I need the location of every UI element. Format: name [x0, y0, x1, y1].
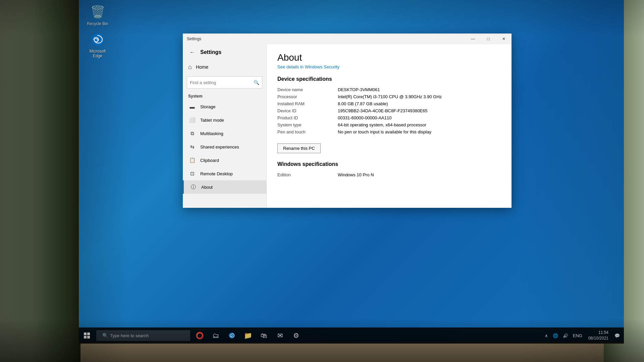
desktop-icon-edge[interactable]: Microsoft Edge: [84, 30, 111, 60]
sidebar: ← Settings ⌂ Home 🔍 System ▬ Stora: [183, 44, 267, 208]
sidebar-home-item[interactable]: ⌂ Home: [183, 60, 266, 74]
settings-search-input[interactable]: [190, 80, 254, 85]
windows-specs-table: Edition Windows 10 Pro N: [277, 171, 501, 178]
maximize-button[interactable]: □: [481, 34, 496, 44]
edge-label: Microsoft Edge: [86, 49, 110, 58]
spec-value-edition: Windows 10 Pro N: [338, 171, 501, 178]
multitasking-label: Multitasking: [200, 131, 223, 136]
taskbar-store[interactable]: 🛍: [256, 327, 272, 344]
rename-pc-button[interactable]: Rename this PC: [277, 143, 321, 153]
search-icon: 🔍: [254, 80, 259, 85]
sidebar-nav-top: ← Settings: [183, 44, 266, 60]
multitasking-icon: ⧉: [188, 129, 196, 137]
tray-time: 11:54: [588, 330, 608, 336]
tray-language[interactable]: ENG: [572, 333, 584, 339]
settings-search-box[interactable]: 🔍: [187, 76, 262, 88]
spec-value-device-id: 195C9BB2-34DA-4C0E-BC8F-F23749380E65: [338, 107, 501, 114]
desktop: 🗑️ Recycle Bin Microsoft Edge Settings —…: [79, 0, 624, 344]
window-controls: — □ ✕: [465, 34, 512, 44]
start-button[interactable]: [79, 327, 95, 344]
spec-row-edition: Edition Windows 10 Pro N: [277, 171, 501, 178]
security-link[interactable]: See details in Windows Security: [277, 64, 501, 69]
window-body: ← Settings ⌂ Home 🔍 System ▬ Stora: [183, 44, 512, 208]
home-icon: ⌂: [188, 64, 192, 71]
settings-title: Settings: [200, 49, 221, 55]
tray-volume[interactable]: 🔊: [561, 333, 570, 339]
spec-label-product-id: Product ID: [277, 114, 338, 121]
sidebar-item-shared-experiences[interactable]: ⇆ Shared experiences: [183, 140, 266, 154]
windows-specs-title: Windows specifications: [277, 161, 501, 167]
spec-row-ram: Installed RAM 8.00 GB (7.87 GB usable): [277, 100, 501, 107]
svg-rect-3: [84, 336, 87, 339]
settings-window: Settings — □ ✕ ← Settings ⌂ H: [183, 34, 512, 208]
sidebar-item-about[interactable]: ⓘ About: [183, 180, 266, 194]
svg-rect-4: [87, 336, 90, 339]
spec-value-ram: 8.00 GB (7.87 GB usable): [338, 100, 501, 107]
recycle-bin-icon: 🗑️: [90, 4, 106, 20]
clipboard-label: Clipboard: [200, 158, 219, 163]
spec-value-system-type: 64-bit operating system, x64-based proce…: [338, 121, 501, 128]
spec-label-pen-touch: Pen and touch: [277, 128, 338, 135]
minimize-button[interactable]: —: [465, 34, 481, 44]
remote-label: Remote Desktop: [200, 171, 233, 176]
screen-area: 🗑️ Recycle Bin Microsoft Edge Settings —…: [79, 0, 624, 344]
window-titlebar: Settings — □ ✕: [183, 34, 512, 44]
spec-value-product-id: 00331-60000-00000-AA110: [338, 114, 501, 121]
spec-label-device-name: Device name: [277, 86, 338, 93]
sidebar-item-storage[interactable]: ▬ Storage: [183, 100, 266, 113]
sidebar-item-clipboard[interactable]: 📋 Clipboard: [183, 154, 266, 167]
svg-rect-1: [84, 333, 87, 335]
shared-label: Shared experiences: [200, 144, 239, 149]
spec-row-processor: Processor Intel(R) Core(TM) i3-7100 CPU …: [277, 93, 501, 100]
about-page-title: About: [277, 52, 501, 63]
taskbar-edge[interactable]: [224, 327, 240, 344]
taskbar: 🔍 Type here to search ⭕ 🗂 📁 🛍 ✉ ⚙ ∧: [79, 327, 624, 344]
taskbar-cortana[interactable]: ⭕: [192, 327, 208, 344]
tray-clock[interactable]: 11:54 08/10/2021: [586, 330, 611, 341]
close-button[interactable]: ✕: [496, 34, 512, 44]
svg-rect-2: [87, 333, 90, 335]
tray-notifications[interactable]: 💬: [613, 333, 621, 339]
spec-row-device-id: Device ID 195C9BB2-34DA-4C0E-BC8F-F23749…: [277, 107, 501, 114]
spec-label-device-id: Device ID: [277, 107, 338, 114]
clipboard-icon: 📋: [188, 156, 196, 164]
spec-label-edition: Edition: [277, 171, 338, 178]
main-content: About See details in Windows Security De…: [267, 44, 512, 208]
tray-show-hidden[interactable]: ∧: [543, 333, 549, 339]
tablet-label: Tablet mode: [200, 118, 224, 123]
tray-network[interactable]: 🌐: [551, 333, 559, 339]
spec-value-processor: Intel(R) Core(TM) i3-7100 CPU @ 3.90GHz …: [338, 93, 501, 100]
spec-row-pen-touch: Pen and touch No pen or touch input is a…: [277, 128, 501, 135]
remote-icon: ⊡: [188, 170, 196, 178]
spec-row-product-id: Product ID 00331-60000-00000-AA110: [277, 114, 501, 121]
back-button[interactable]: ←: [187, 47, 198, 58]
desktop-icon-recycle-bin[interactable]: 🗑️ Recycle Bin: [84, 3, 111, 27]
taskbar-items: ⭕ 🗂 📁 🛍 ✉ ⚙: [192, 327, 541, 344]
sidebar-item-remote-desktop[interactable]: ⊡ Remote Desktop: [183, 167, 266, 180]
system-section-label: System: [183, 91, 266, 100]
device-specs-title: Device specifications: [277, 76, 501, 82]
shared-icon: ⇆: [188, 143, 196, 151]
spec-label-ram: Installed RAM: [277, 100, 338, 107]
sidebar-item-multitasking[interactable]: ⧉ Multitasking: [183, 127, 266, 140]
about-label: About: [201, 185, 213, 190]
sidebar-item-tablet-mode[interactable]: ⬜ Tablet mode: [183, 113, 266, 127]
taskbar-search-placeholder: Type here to search: [110, 333, 149, 338]
taskbar-task-view[interactable]: 🗂: [208, 327, 224, 344]
taskbar-tray: ∧ 🌐 🔊 ENG 11:54 08/10/2021 💬: [541, 327, 624, 344]
spec-row-device-name: Device name DESKTOP-3VMM061: [277, 86, 501, 93]
about-icon: ⓘ: [189, 183, 197, 191]
taskbar-search-box[interactable]: 🔍 Type here to search: [96, 330, 190, 341]
taskbar-mail[interactable]: ✉: [272, 327, 288, 344]
tablet-icon: ⬜: [188, 116, 196, 124]
taskbar-file-explorer[interactable]: 📁: [240, 327, 256, 344]
device-specs-table: Device name DESKTOP-3VMM061 Processor In…: [277, 86, 501, 135]
spec-label-system-type: System type: [277, 121, 338, 128]
spec-label-processor: Processor: [277, 93, 338, 100]
home-label: Home: [196, 64, 208, 70]
storage-label: Storage: [200, 104, 216, 109]
taskbar-settings[interactable]: ⚙: [288, 327, 304, 344]
window-title: Settings: [187, 37, 201, 41]
tray-date: 08/10/2021: [588, 336, 608, 341]
spec-value-pen-touch: No pen or touch input is available for t…: [338, 128, 501, 135]
